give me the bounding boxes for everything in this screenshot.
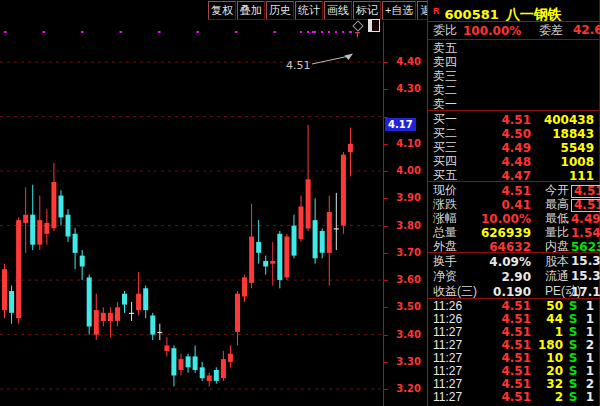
quote-row-value-2: 1.54 xyxy=(571,226,600,240)
trade-side: S xyxy=(563,377,583,391)
trade-row: 11:264.5144S1 xyxy=(428,312,599,325)
trade-price: 4.51 xyxy=(473,325,531,339)
candle-body xyxy=(16,220,21,318)
fundamental-row-value-2-wrap: 17.1 xyxy=(571,285,600,299)
candle-body xyxy=(2,269,7,310)
annotation-arrow xyxy=(312,56,349,64)
trade-price: 4.51 xyxy=(473,351,531,365)
axis-tick-label: 3.40 xyxy=(387,329,421,340)
trade-count: 2 xyxy=(583,338,594,352)
candle-body xyxy=(228,354,233,362)
candle-body xyxy=(186,356,191,367)
candle-body xyxy=(334,228,339,229)
buy-level-row: 买三4.495549 xyxy=(428,139,599,153)
quote-row-value-2: 4.51 xyxy=(571,199,600,212)
candle-body xyxy=(115,307,120,321)
trade-side: S xyxy=(563,390,583,404)
fundamental-row-value-2: 15.3亿 xyxy=(571,254,600,268)
candle-body xyxy=(94,310,99,335)
weicha-value: 42.6万 xyxy=(573,22,600,39)
trade-count: 1 xyxy=(583,299,594,313)
candle-body xyxy=(284,237,289,278)
axis-tick-label: 3.20 xyxy=(387,383,421,394)
trade-volume: 2 xyxy=(531,390,563,404)
buy-volume: 1008 xyxy=(531,155,594,169)
trade-count: 1 xyxy=(583,390,594,404)
candle-body xyxy=(23,215,28,223)
candle-body xyxy=(101,313,106,321)
candle-body xyxy=(37,220,42,245)
sell-level-row: 卖五 xyxy=(428,40,599,54)
trade-count: 1 xyxy=(583,364,594,378)
candle-body xyxy=(249,237,254,283)
sell-levels: 卖五卖四卖三卖二卖一 xyxy=(428,40,599,110)
quote-row: 涨跌0.41最高4.51 xyxy=(428,196,599,210)
stock-title: R600581八一钢铁 xyxy=(428,0,599,22)
toolbar-buttons: 复权叠加历史统计画线标记+自选返回 xyxy=(208,1,445,20)
stock-code: 600581 xyxy=(445,7,499,22)
fundamental-row: 换手4.09%股本15.3亿 xyxy=(428,253,599,268)
toolbar-button-画线[interactable]: 画线 xyxy=(324,1,352,20)
toolbar-button-叠加[interactable]: 叠加 xyxy=(237,1,265,20)
trade-time: 11:27 xyxy=(433,377,473,391)
buy-volume: 5549 xyxy=(531,141,594,155)
trading-app-window: 复权叠加历史统计画线标记+自选返回 4.51 4.404.304.104.003… xyxy=(0,0,600,406)
toolbar-button-统计[interactable]: 统计 xyxy=(295,1,323,20)
candle-body xyxy=(80,256,85,267)
candle-body xyxy=(256,242,261,253)
trade-price: 4.51 xyxy=(473,377,531,391)
toolbar-button-历史[interactable]: 历史 xyxy=(266,1,294,20)
cursor-price-label: 4.17 xyxy=(385,118,416,131)
toolbar-button-复权[interactable]: 复权 xyxy=(208,1,236,20)
buy-level-row: 买四4.481008 xyxy=(428,153,599,167)
toolbar-button-标记[interactable]: 标记 xyxy=(353,1,381,20)
quote-row-value-2-wrap: 1.54 xyxy=(571,226,600,240)
quote-row-value-2-wrap: 4.51 xyxy=(571,198,600,212)
trade-time: 11:27 xyxy=(433,390,473,404)
sell-level-row: 卖三 xyxy=(428,68,599,82)
kline-chart[interactable]: 4.51 xyxy=(0,22,383,406)
candle-body xyxy=(157,332,162,333)
buy-price: 4.49 xyxy=(473,141,531,155)
axis-tick-label: 3.60 xyxy=(387,274,421,285)
trade-count: 1 xyxy=(583,312,594,326)
trade-side: S xyxy=(563,325,583,339)
candle-body xyxy=(355,32,360,33)
fundamental-row-value-2: 15.3亿 xyxy=(571,269,600,283)
price-axis: 4.404.304.104.003.903.803.703.603.503.40… xyxy=(383,22,428,406)
fundamental-row: 净资2.90流通15.3亿 xyxy=(428,268,599,283)
candle-body xyxy=(299,207,304,240)
trade-side: S xyxy=(563,299,583,313)
candle-body xyxy=(235,294,240,332)
diamond-icon[interactable] xyxy=(352,20,363,31)
quote-stats: 现价4.51今开4.51涨跌0.41最高4.51涨幅10.00%最低4.49总量… xyxy=(428,182,599,252)
trade-volume: 180 xyxy=(531,338,563,352)
trade-price: 4.51 xyxy=(473,312,531,326)
limit-price-annotation: 4.51 xyxy=(286,59,311,72)
trade-volume: 32 xyxy=(531,377,563,391)
trade-row: 11:274.5110S1 xyxy=(428,351,599,364)
toolbar-button-+自选[interactable]: +自选 xyxy=(382,1,416,20)
quote-row: 外盘64632内盘562307 xyxy=(428,238,599,252)
trade-row: 11:274.51180S2 xyxy=(428,338,599,351)
candle-body xyxy=(200,367,205,378)
quote-row-value-2-wrap: 4.49 xyxy=(571,212,600,226)
sell-level-row: 卖一 xyxy=(428,96,599,110)
axis-tick-label: 4.00 xyxy=(387,165,421,176)
annotation-arrowhead xyxy=(345,54,354,61)
quote-row-value-1: 0.41 xyxy=(479,198,531,212)
quote-row: 总量626939量比1.54 xyxy=(428,224,599,238)
axis-tick-label: 3.30 xyxy=(387,356,421,367)
candle-body xyxy=(164,346,169,352)
candle-body xyxy=(171,348,176,375)
candle-body xyxy=(270,261,275,264)
trade-volume: 20 xyxy=(531,364,563,378)
window-panel-icon[interactable] xyxy=(368,19,380,32)
fundamental-row-value-1: 4.09% xyxy=(479,255,531,269)
trade-row: 11:264.5150S1 xyxy=(428,299,599,312)
candle-body xyxy=(306,179,311,228)
sell-level-row: 卖四 xyxy=(428,54,599,68)
candlestick-svg: 4.51 xyxy=(0,22,383,406)
candle-body xyxy=(59,196,64,218)
trade-side: S xyxy=(563,312,583,326)
